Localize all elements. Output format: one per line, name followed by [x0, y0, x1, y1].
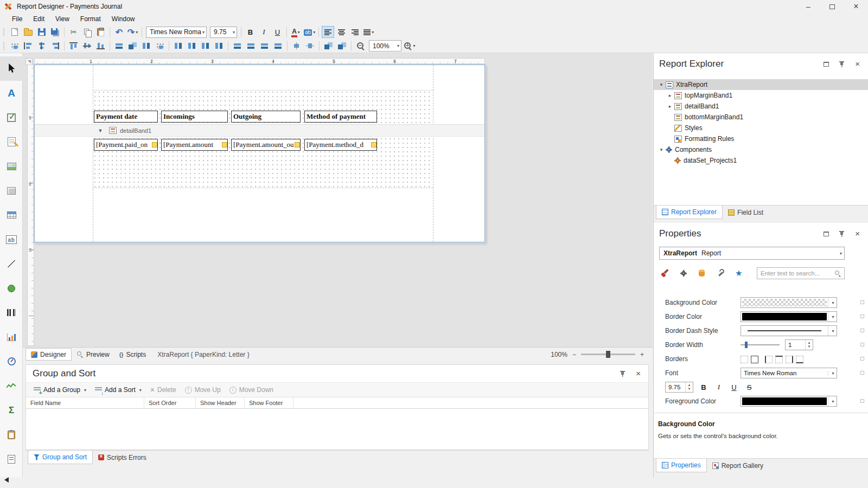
tool-character-comb[interactable]	[0, 227, 23, 252]
tool-line[interactable]	[0, 252, 23, 276]
tree-item-xtrareport[interactable]: ▾ XtraReport	[654, 79, 868, 90]
tool-shape[interactable]	[0, 276, 23, 300]
data-bound-cell[interactable]: [Payment.amount	[161, 139, 228, 151]
smart-tag-icon[interactable]	[295, 142, 300, 147]
italic-button[interactable]: I	[258, 26, 270, 38]
center-horizontally-button[interactable]	[290, 40, 303, 52]
tree-item-formatting-rules[interactable]: Formatting Rules	[654, 133, 868, 144]
tool-table[interactable]	[0, 203, 23, 227]
zoom-combo[interactable]: 100%▾	[369, 40, 401, 52]
border-color-editor[interactable]: ▾	[741, 311, 837, 322]
pin-icon[interactable]	[620, 370, 626, 377]
data-category-icon[interactable]	[698, 269, 705, 277]
background-color-editor[interactable]: ▾	[741, 297, 837, 308]
chevron-down-icon[interactable]: ▾	[828, 298, 837, 307]
tool-picture-box[interactable]	[0, 154, 23, 178]
bring-to-front-button[interactable]	[322, 40, 335, 52]
property-marker[interactable]	[860, 314, 864, 318]
tool-sparkline[interactable]	[0, 374, 23, 398]
property-marker[interactable]	[860, 329, 864, 332]
search-input[interactable]	[761, 270, 834, 277]
border-all-toggle[interactable]	[751, 356, 758, 363]
italic-toggle[interactable]: I	[714, 383, 724, 391]
chevron-right-icon[interactable]: ▸	[666, 93, 674, 98]
save-button[interactable]	[35, 26, 48, 38]
design-surface[interactable]: 1 2 3 4 5 6 7 1 2 3 Payment date Incomin…	[23, 53, 653, 347]
zoom-out-slider-button[interactable]: −	[572, 351, 576, 358]
tool-barcode[interactable]	[0, 300, 23, 325]
tab-properties[interactable]: Properties	[656, 459, 707, 472]
underline-button[interactable]: U	[271, 26, 284, 38]
increase-horizontal-spacing-button[interactable]	[186, 40, 198, 52]
bold-toggle[interactable]: B	[699, 383, 709, 391]
open-button[interactable]	[22, 26, 34, 38]
tree-item-top-margin-band[interactable]: ▸ topMarginBand1	[654, 90, 868, 101]
align-tops-button[interactable]	[67, 40, 80, 52]
tree-item-styles[interactable]: Styles	[654, 123, 868, 133]
slider-handle[interactable]	[745, 342, 748, 348]
font-size-combo[interactable]: 9.75▾	[210, 27, 237, 38]
tool-label[interactable]	[0, 81, 23, 105]
smart-tag-icon[interactable]	[222, 142, 227, 147]
decrease-vertical-spacing-button[interactable]	[258, 40, 271, 52]
border-left-toggle[interactable]	[765, 356, 773, 363]
column-header-show-footer[interactable]: Show Footer	[245, 397, 293, 408]
strikethrough-toggle[interactable]: S	[744, 383, 754, 391]
pin-icon[interactable]	[839, 61, 845, 68]
zoom-slider-handle[interactable]	[606, 351, 610, 358]
border-width-slider[interactable]	[741, 344, 780, 345]
align-lefts-button[interactable]	[22, 40, 34, 52]
underline-toggle[interactable]: U	[729, 383, 739, 391]
border-width-spinner[interactable]: 1▲▼	[785, 339, 813, 350]
align-bottoms-button[interactable]	[94, 40, 107, 52]
appearance-category-icon[interactable]	[661, 269, 669, 277]
toolbox-scroll-left-icon[interactable]	[4, 477, 9, 483]
property-search-box[interactable]	[757, 267, 845, 279]
highlight-button[interactable]: ▾	[303, 26, 316, 38]
justify-button[interactable]: ▾	[362, 26, 375, 38]
column-header-field-name[interactable]: Field Name	[26, 397, 144, 408]
redo-button[interactable]: ▾	[126, 26, 139, 38]
data-bound-cell[interactable]: [Payment.amount_ou	[231, 139, 301, 151]
remove-horizontal-spacing-button[interactable]	[213, 40, 225, 52]
favorites-category-icon[interactable]	[735, 268, 742, 278]
zoom-in-button[interactable]: ▾	[404, 40, 416, 52]
chevron-right-icon[interactable]: ▸	[666, 104, 674, 109]
tool-pivot-grid[interactable]	[0, 398, 23, 422]
make-same-width-button[interactable]	[113, 40, 125, 52]
tab-scripts-errors[interactable]: Scripts Errors	[93, 451, 152, 464]
add-a-group-button[interactable]: Add a Group▾	[29, 383, 91, 396]
align-right-button[interactable]	[349, 26, 361, 38]
chevron-down-icon[interactable]: ▾	[657, 147, 666, 152]
border-dash-style-editor[interactable]: ▾	[741, 325, 837, 336]
make-same-height-button[interactable]	[140, 40, 152, 52]
tool-check-box[interactable]	[0, 105, 23, 130]
maximize-button[interactable]	[820, 0, 844, 13]
font-size-spinner[interactable]: 9.75▲▼	[665, 382, 693, 393]
undo-button[interactable]	[113, 26, 125, 38]
table-header-cell[interactable]: Outgoing	[231, 111, 301, 123]
behavior-category-icon[interactable]	[680, 270, 687, 277]
object-selector-combo[interactable]: XtraReport Report ▾	[659, 247, 845, 260]
tab-scripts[interactable]: Scripts	[114, 348, 151, 361]
bold-button[interactable]: B	[244, 26, 257, 38]
add-a-sort-button[interactable]: Add a Sort▾	[91, 383, 146, 396]
delete-button[interactable]: Delete	[146, 383, 181, 396]
chevron-down-icon[interactable]: ▾	[828, 312, 837, 322]
chevron-down-icon[interactable]: ▾	[657, 82, 666, 87]
tree-item-bottom-margin-band[interactable]: bottomMarginBand1	[654, 112, 868, 123]
report-page[interactable]: Payment date Incomings Outgoing Method o…	[34, 65, 485, 242]
tool-gauge[interactable]	[0, 349, 23, 374]
close-icon[interactable]	[636, 369, 641, 378]
tool-chart[interactable]	[0, 325, 23, 349]
move-down-button[interactable]: Move Down	[225, 383, 278, 396]
spinner-arrows[interactable]: ▲▼	[805, 340, 813, 350]
smart-tag-icon[interactable]	[371, 142, 376, 147]
border-bottom-toggle[interactable]	[796, 356, 803, 363]
table-header-cell[interactable]: Method of payment	[304, 111, 377, 123]
tool-table-of-contents[interactable]	[0, 447, 23, 471]
border-right-toggle[interactable]	[786, 356, 793, 363]
move-up-button[interactable]: Move Up	[181, 383, 225, 396]
border-top-toggle[interactable]	[775, 356, 783, 363]
tree-item-dataset[interactable]: dataSet_Projects1	[654, 155, 868, 166]
